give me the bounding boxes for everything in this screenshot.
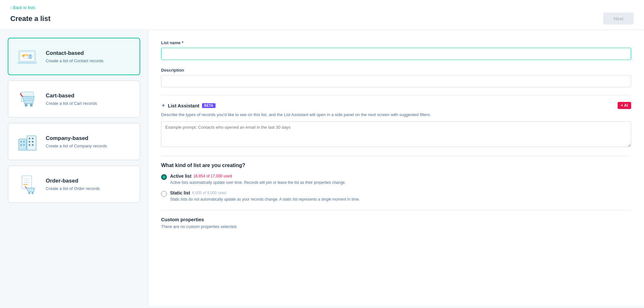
- static-list-content: Static list 6,605 of 8,000 used Static l…: [170, 190, 360, 202]
- list-name-label: List name *: [161, 40, 631, 45]
- active-list-label-text: Active list: [170, 174, 191, 179]
- static-list-option: Static list 6,605 of 8,000 used Static l…: [161, 190, 631, 202]
- assistant-description: Describe the types of records you'd like…: [161, 112, 631, 118]
- svg-rect-22: [29, 138, 30, 139]
- svg-rect-23: [32, 138, 34, 139]
- list-kind-section: What kind of list are you creating? Acti…: [161, 163, 631, 203]
- list-kind-title: What kind of list are you creating?: [161, 163, 631, 168]
- svg-rect-30: [23, 178, 30, 179]
- order-based-card[interactable]: Order-based Create a list of Order recor…: [8, 165, 140, 203]
- static-list-label: Static list 6,605 of 8,000 used: [170, 190, 360, 195]
- svg-point-7: [29, 57, 32, 59]
- assistant-textarea[interactable]: [161, 121, 631, 147]
- svg-rect-16: [19, 139, 26, 150]
- description-input[interactable]: [161, 75, 631, 87]
- custom-properties-section: Custom properties There are no custom pr…: [161, 217, 631, 229]
- active-list-content: Active list 16,854 of 17,000 used Active…: [170, 174, 346, 185]
- svg-rect-17: [27, 136, 36, 150]
- list-name-field-group: List name *: [161, 40, 631, 60]
- svg-rect-27: [32, 144, 34, 146]
- svg-point-6: [29, 55, 31, 57]
- contact-based-title: Contact-based: [46, 50, 103, 56]
- divider-3: [161, 210, 631, 210]
- svg-rect-21: [23, 144, 25, 146]
- sparkle-icon: ✦: [161, 103, 165, 109]
- active-list-label: Active list 16,854 of 17,000 used: [170, 174, 346, 179]
- svg-point-34: [28, 192, 30, 194]
- cart-based-card[interactable]: Cart-based Create a list of Cart records: [8, 80, 140, 118]
- ai-badge[interactable]: + AI: [618, 102, 631, 109]
- active-list-desc: Active lists automatically update over t…: [170, 180, 346, 185]
- order-based-title: Order-based: [46, 178, 100, 184]
- company-based-text: Company-based Create a list of Company r…: [46, 135, 107, 148]
- contact-based-icon: [16, 45, 39, 68]
- static-list-desc: Static lists do not automatically update…: [170, 197, 360, 202]
- svg-rect-24: [29, 141, 30, 143]
- back-to-lists-link[interactable]: ‹ Back to lists: [10, 5, 634, 10]
- assistant-header: ✦ List Assistant BETA + AI: [161, 102, 631, 109]
- svg-rect-31: [23, 180, 29, 181]
- active-list-usage: 16,854 of 17,000 used: [193, 174, 232, 178]
- assistant-title-text: List Assistant: [168, 103, 199, 108]
- beta-badge: BETA: [202, 103, 216, 108]
- contact-based-text: Contact-based Create a list of Contact r…: [46, 50, 103, 63]
- page-header: ‹ Back to lists Create a list Next: [0, 0, 644, 30]
- company-based-desc: Create a list of Company records: [46, 144, 107, 148]
- description-field-group: Description: [161, 68, 631, 87]
- radio-group: Active list 16,854 of 17,000 used Active…: [161, 174, 631, 203]
- list-assistant-section: ✦ List Assistant BETA + AI Describe the …: [161, 102, 631, 148]
- divider-2: [161, 156, 631, 156]
- svg-point-10: [23, 55, 24, 57]
- divider: [161, 95, 631, 95]
- static-list-usage: 6,605 of 8,000 used: [192, 191, 226, 195]
- svg-rect-18: [20, 141, 22, 143]
- left-panel: Contact-based Create a list of Contact r…: [0, 30, 148, 306]
- static-list-label-text: Static list: [170, 190, 190, 195]
- company-based-card[interactable]: Company-based Create a list of Company r…: [8, 123, 140, 160]
- svg-rect-33: [23, 184, 28, 185]
- page-title: Create a list: [10, 15, 51, 23]
- svg-rect-28: [18, 150, 37, 151]
- svg-rect-26: [29, 144, 30, 146]
- svg-rect-8: [17, 62, 37, 64]
- custom-props-title: Custom properties: [161, 217, 631, 222]
- contact-based-desc: Create a list of Contact records: [46, 58, 103, 63]
- next-button[interactable]: Next: [603, 13, 634, 25]
- active-list-option: Active list 16,854 of 17,000 used Active…: [161, 174, 631, 185]
- list-name-input[interactable]: [161, 48, 631, 60]
- static-list-radio[interactable]: [161, 191, 167, 197]
- svg-rect-4: [23, 58, 29, 59]
- cart-based-title: Cart-based: [46, 93, 97, 99]
- svg-rect-20: [20, 144, 22, 146]
- header-row: Create a list Next: [10, 13, 634, 25]
- svg-rect-19: [23, 141, 25, 143]
- svg-rect-25: [32, 141, 34, 143]
- svg-point-35: [32, 192, 34, 194]
- chevron-left-icon: ‹: [10, 5, 12, 10]
- order-based-icon: [16, 173, 39, 196]
- company-based-title: Company-based: [46, 135, 107, 142]
- ai-badge-text: + AI: [621, 103, 628, 108]
- cart-based-desc: Create a list of Cart records: [46, 101, 97, 106]
- cart-based-icon: [16, 87, 39, 111]
- svg-point-14: [25, 104, 27, 106]
- custom-props-desc: There are no custom properties selected.: [161, 224, 631, 229]
- company-based-icon: [16, 130, 39, 153]
- cart-based-text: Cart-based Create a list of Cart records: [46, 93, 97, 106]
- order-based-desc: Create a list of Order records: [46, 186, 100, 191]
- svg-rect-32: [23, 182, 30, 183]
- description-label: Description: [161, 68, 631, 73]
- back-link-label: Back to lists: [13, 5, 35, 10]
- main-content: Contact-based Create a list of Contact r…: [0, 30, 644, 306]
- right-panel: List name * Description ✦ List Assistant…: [148, 30, 644, 306]
- assistant-title-group: ✦ List Assistant BETA: [161, 103, 216, 109]
- active-list-radio[interactable]: [161, 174, 167, 180]
- order-based-text: Order-based Create a list of Order recor…: [46, 178, 100, 191]
- svg-point-15: [30, 104, 33, 106]
- contact-based-card[interactable]: Contact-based Create a list of Contact r…: [8, 38, 140, 75]
